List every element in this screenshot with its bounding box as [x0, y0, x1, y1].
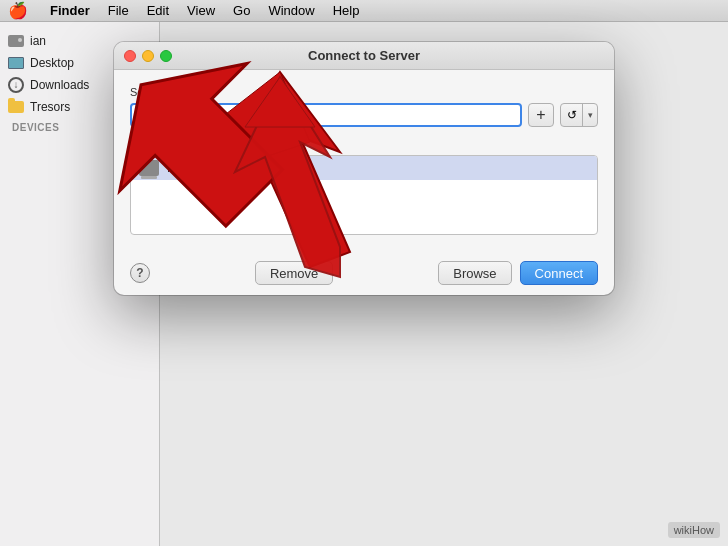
chevron-down-icon: ▾: [583, 104, 597, 126]
favorite-item[interactable]: ftp://ftp.m...: [131, 156, 597, 180]
maximize-button[interactable]: [160, 50, 172, 62]
remove-button[interactable]: Remove: [255, 261, 333, 285]
close-button[interactable]: [124, 50, 136, 62]
recent-servers-button[interactable]: ↺ ▾: [560, 103, 598, 127]
help-button[interactable]: ?: [130, 263, 150, 283]
server-address-row: + ↺ ▾: [130, 103, 598, 127]
menu-window[interactable]: Window: [268, 3, 314, 18]
menu-help[interactable]: Help: [333, 3, 360, 18]
connect-button[interactable]: Connect: [520, 261, 598, 285]
content-area: ian Desktop Downloads Tresors Devices: [0, 22, 728, 546]
connect-to-server-dialog: Connect to Server Server Address: + ↺ ▾ …: [114, 42, 614, 295]
minimize-button[interactable]: [142, 50, 154, 62]
menu-go[interactable]: Go: [233, 3, 250, 18]
favorite-item-label: ftp://ftp.m...: [167, 161, 227, 175]
wikihow-watermark: wikiHow: [668, 522, 720, 538]
server-address-input[interactable]: [130, 103, 522, 127]
dialog-titlebar: Connect to Server: [114, 42, 614, 70]
favorites-list: ftp://ftp.m...: [130, 155, 598, 235]
menu-finder[interactable]: Finder: [50, 3, 90, 18]
browse-button[interactable]: Browse: [438, 261, 511, 285]
menu-bar: 🍎 Finder File Edit View Go Window Help: [0, 0, 728, 22]
traffic-lights: [124, 50, 172, 62]
clock-icon: ↺: [561, 104, 583, 126]
server-icon: [139, 160, 159, 176]
dialog-footer: ? Remove Browse Connect: [114, 251, 614, 295]
menu-edit[interactable]: Edit: [147, 3, 169, 18]
favorites-label: Favorite Servers: [130, 139, 598, 151]
server-address-label: Server Address:: [130, 86, 598, 98]
dialog-title: Connect to Server: [308, 48, 420, 63]
menu-file[interactable]: File: [108, 3, 129, 18]
dialog-backdrop: Connect to Server Server Address: + ↺ ▾ …: [0, 22, 728, 546]
menu-view[interactable]: View: [187, 3, 215, 18]
dialog-body: Server Address: + ↺ ▾ Favorite Servers f…: [114, 70, 614, 251]
add-server-button[interactable]: +: [528, 103, 554, 127]
apple-menu[interactable]: 🍎: [8, 1, 28, 20]
